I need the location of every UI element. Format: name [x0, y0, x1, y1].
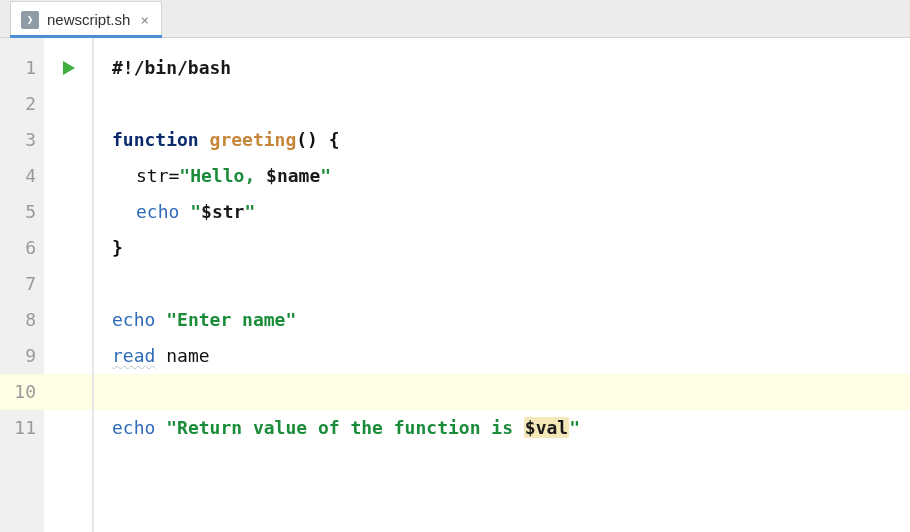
- line-number[interactable]: 9: [0, 338, 44, 374]
- code-line: #!/bin/bash: [112, 50, 910, 86]
- run-gutter: [44, 38, 94, 532]
- line-number[interactable]: 2: [0, 86, 44, 122]
- keyword-function: function: [112, 129, 199, 150]
- code-line: echo "$str": [112, 194, 910, 230]
- code-line: str="Hello, $name": [112, 158, 910, 194]
- line-number[interactable]: 5: [0, 194, 44, 230]
- svg-marker-0: [63, 61, 75, 75]
- code-line: echo "Enter name": [112, 302, 910, 338]
- code-line: function greeting() {: [112, 122, 910, 158]
- identifier: str=: [136, 165, 179, 186]
- string: "Return value of the function is: [166, 417, 524, 438]
- variable: $name: [266, 165, 320, 186]
- command-echo: echo: [136, 201, 179, 222]
- code-area[interactable]: #!/bin/bash function greeting() { str="H…: [94, 38, 910, 532]
- tab-bar: ❯ newscript.sh ×: [0, 0, 910, 38]
- string: ": [320, 165, 331, 186]
- play-icon: [60, 60, 76, 76]
- line-number[interactable]: 4: [0, 158, 44, 194]
- line-number[interactable]: 11: [0, 410, 44, 446]
- brace-close: }: [112, 237, 123, 258]
- tab-close-button[interactable]: ×: [138, 12, 150, 28]
- editor-tab[interactable]: ❯ newscript.sh ×: [10, 1, 162, 37]
- command-echo: echo: [112, 417, 155, 438]
- code-line: [112, 266, 910, 302]
- line-number[interactable]: 8: [0, 302, 44, 338]
- command-echo: echo: [112, 309, 155, 330]
- line-number[interactable]: 3: [0, 122, 44, 158]
- code-line: }: [112, 230, 910, 266]
- shell-file-icon: ❯: [21, 11, 39, 29]
- variable: $str: [201, 201, 244, 222]
- command-read: read: [112, 345, 155, 366]
- line-number-gutter[interactable]: 1 2 3 4 5 6 7 8 9 10 11: [0, 38, 44, 532]
- active-tab-indicator: [10, 35, 162, 38]
- punctuation: () {: [296, 129, 339, 150]
- string: "Hello,: [179, 165, 266, 186]
- editor-area: 1 2 3 4 5 6 7 8 9 10 11 #!/bin/bash func…: [0, 38, 910, 532]
- shebang: #!/bin/bash: [112, 57, 231, 78]
- string: ": [569, 417, 580, 438]
- function-name: greeting: [210, 129, 297, 150]
- code-line: echo "Return value of the function is $v…: [112, 410, 910, 446]
- string: ": [244, 201, 255, 222]
- line-number[interactable]: 6: [0, 230, 44, 266]
- line-number[interactable]: 1: [0, 50, 44, 86]
- tab-filename: newscript.sh: [47, 11, 130, 28]
- variable-highlighted: $val: [524, 417, 569, 438]
- identifier: name: [166, 345, 209, 366]
- string: "Enter name": [166, 309, 296, 330]
- code-line: [112, 86, 910, 122]
- line-number[interactable]: 7: [0, 266, 44, 302]
- code-line-current: [94, 374, 910, 410]
- run-script-button[interactable]: [44, 50, 92, 86]
- string: ": [190, 201, 201, 222]
- line-number[interactable]: 10: [0, 374, 44, 410]
- code-line: read name: [112, 338, 910, 374]
